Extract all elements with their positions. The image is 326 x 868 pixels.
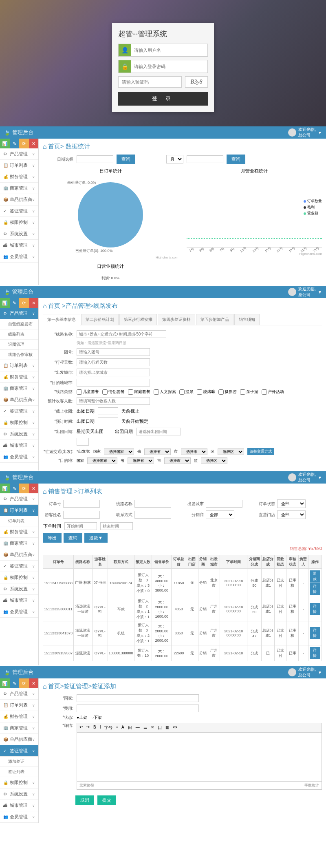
menu-单品供应商[interactable]: 📦单品供应商∨	[0, 194, 38, 205]
menu-财务管理[interactable]: 💰财务管理∨	[0, 371, 38, 383]
menu-商家管理[interactable]: 🏢商家管理∨	[0, 383, 38, 394]
tab-green[interactable]: 📊	[0, 139, 10, 148]
tab-3[interactable]: 第四步签证资料	[158, 314, 195, 325]
menu-系统设置[interactable]: ⚙系统设置∨	[0, 788, 38, 800]
sub-order-list[interactable]: 订单列表	[0, 516, 38, 526]
menu-城市管理[interactable]: 🏙城市管理∨	[0, 440, 38, 451]
visa-fee-input[interactable]	[77, 705, 199, 712]
menu-单品供应商[interactable]: 📦单品供应商∨	[0, 394, 38, 406]
menu-财务管理[interactable]: 💰财务管理∨	[0, 526, 38, 538]
query-button[interactable]: 查询	[64, 533, 82, 543]
filter-tourist[interactable]	[63, 511, 100, 519]
date-input-2[interactable]	[187, 155, 223, 163]
menu-财务管理[interactable]: 💰财务管理∨	[0, 711, 38, 722]
chart3-title: 日营业额统计	[43, 263, 178, 269]
admin-header: 管理后台 欢迎光临,总公司▼	[0, 126, 326, 139]
filter-order-no[interactable]	[63, 500, 100, 508]
menu-权限控制[interactable]: 🔒权限控制∨	[0, 217, 38, 228]
menu-权限控制[interactable]: 🔒权限控制∨	[0, 417, 38, 428]
query-button-2[interactable]: 查询	[227, 155, 245, 164]
month-select[interactable]: 月	[166, 155, 183, 163]
menu-产品管理[interactable]: ⚙产品管理∨	[0, 148, 38, 160]
filter-dist[interactable]: 全部	[206, 510, 234, 519]
详情-button[interactable]: 详情	[310, 583, 320, 595]
menu-orders[interactable]: 📋订单列表∨	[0, 505, 38, 516]
dest-city-input[interactable]	[77, 379, 150, 387]
menu-权限控制[interactable]: 🔒权限控制∨	[0, 777, 38, 788]
详情-button[interactable]: 详情	[310, 603, 320, 615]
cancel-button[interactable]: 取消	[75, 795, 94, 805]
password-input[interactable]	[131, 60, 207, 73]
menu-系统设置[interactable]: ⚙系统设置∨	[0, 428, 38, 440]
menu-城市管理[interactable]: 🏙城市管理∨	[0, 800, 38, 811]
menu-城市管理[interactable]: 🏙城市管理∨	[0, 595, 38, 606]
captcha-image[interactable]: B3y8	[185, 76, 208, 88]
filter-contact[interactable]	[134, 511, 171, 519]
editor-toolbar[interactable]: ↶↷BI字号•A田—☰✕囗▦<>	[77, 723, 322, 733]
menu-会员管理[interactable]: 👥会员管理∨	[0, 251, 38, 263]
menu-城市管理[interactable]: 🏙城市管理∨	[0, 240, 38, 251]
menu-product[interactable]: ⚙产品管理∨	[0, 308, 38, 319]
query-button-1[interactable]: 查询	[117, 155, 135, 164]
menu-系统设置[interactable]: ⚙系统设置∨	[0, 228, 38, 240]
menu-系统设置[interactable]: ⚙系统设置∨	[0, 583, 38, 595]
menu-签证管理[interactable]: ✓签证管理∨	[0, 205, 38, 217]
date-input-1[interactable]	[77, 155, 113, 163]
user-dropdown[interactable]: 欢迎光临,总公司▼	[288, 127, 322, 138]
menu-会员管理[interactable]: 👥会员管理∨	[0, 811, 38, 823]
menu-签证管理[interactable]: ✓签证管理∨	[0, 561, 38, 572]
tab-red[interactable]: ✕	[29, 139, 39, 148]
filter-route[interactable]	[134, 500, 171, 508]
filter-start-time[interactable]	[64, 522, 97, 530]
submit-button[interactable]: 提交	[97, 795, 116, 805]
team-no-input[interactable]	[77, 348, 150, 356]
pie-chart	[78, 182, 143, 247]
table-row: 15112477985088广州-桂林07-张三18998299174预订人数：…	[43, 569, 322, 597]
menu-会员管理[interactable]: 👥会员管理∨	[0, 606, 38, 618]
tab-4[interactable]: 第五步附加产品	[196, 314, 233, 325]
menu-财务管理[interactable]: 💰财务管理∨	[0, 171, 38, 183]
export-button[interactable]: 导出	[43, 533, 62, 543]
退款-button[interactable]: 退款	[310, 570, 320, 583]
captcha-input[interactable]	[118, 76, 182, 88]
menu-订单列表[interactable]: 📋订单列表∨	[0, 700, 38, 711]
filter-city[interactable]	[206, 500, 242, 508]
filter-store[interactable]: 全部	[277, 510, 306, 519]
menu-商家管理[interactable]: 🏢商家管理∨	[0, 538, 38, 549]
menu-产品管理[interactable]: ⚙产品管理∨	[0, 688, 38, 700]
tab-2[interactable]: 第三步行程安排	[119, 314, 157, 325]
days-input[interactable]	[77, 358, 150, 366]
详情-button[interactable]: 详情	[310, 647, 320, 659]
menu-单品供应商[interactable]: 📦单品供应商∨	[0, 734, 38, 745]
menu-单品供应商[interactable]: 📦单品供应商∨	[0, 549, 38, 561]
transport-button[interactable]: 选择交通方式	[247, 448, 274, 455]
filter-status[interactable]: 全部	[277, 499, 306, 508]
tab-orange[interactable]: ⟳	[19, 139, 29, 148]
refund-button[interactable]: 退款▼	[84, 533, 108, 543]
menu-权限控制[interactable]: 🔒权限控制∨	[0, 572, 38, 583]
tab-1[interactable]: 第二步价格计划	[81, 314, 119, 325]
visa-country-input[interactable]	[77, 694, 199, 702]
menu-商家管理[interactable]: 🏢商家管理∨	[0, 722, 38, 734]
captcha-row: B3y8	[118, 76, 208, 88]
menu-订单列表[interactable]: 📋订单列表∨	[0, 160, 38, 171]
详情-button[interactable]: 详情	[310, 627, 320, 639]
radio-on[interactable]: ●上架	[77, 715, 87, 720]
login-button[interactable]: 登 录	[118, 92, 208, 106]
editor-body[interactable]	[77, 733, 322, 782]
menu-会员管理[interactable]: 👥会员管理∨	[0, 451, 38, 463]
depart-city-input[interactable]	[77, 369, 150, 376]
tab-0[interactable]: 第一步基本信息	[43, 314, 80, 325]
menu-visa[interactable]: ✓签证管理∨	[0, 745, 38, 757]
radio-off[interactable]: ○下架	[91, 715, 102, 720]
menu-签证管理[interactable]: ✓签证管理∨	[0, 406, 38, 417]
menu-商家管理[interactable]: 🏢商家管理∨	[0, 183, 38, 194]
tab-5[interactable]: 销售须知	[234, 314, 260, 325]
username-input[interactable]	[131, 44, 207, 56]
login-title: 超管--管理系统	[118, 29, 208, 39]
route-name-input[interactable]	[77, 330, 166, 338]
menu-订单列表[interactable]: 📋订单列表∨	[0, 360, 38, 371]
filter-end-time[interactable]	[100, 522, 133, 530]
tab-blue[interactable]: ✎	[10, 139, 20, 148]
expect-people-input[interactable]	[77, 397, 150, 405]
